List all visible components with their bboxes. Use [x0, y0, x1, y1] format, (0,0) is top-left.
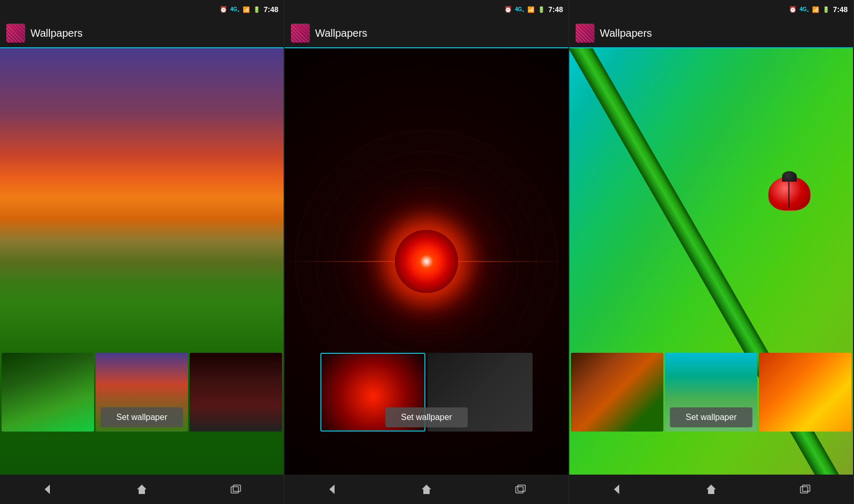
back-icon-1	[41, 484, 53, 495]
svg-marker-8	[614, 485, 619, 494]
wallpaper-preview-3[interactable]: Set wallpaper	[569, 48, 853, 475]
recents-icon-1	[231, 485, 242, 494]
nav-bar-3	[569, 475, 853, 504]
home-button-3[interactable]	[695, 479, 727, 500]
signal-icon-3: 📶	[812, 6, 819, 13]
app-title-1: Wallpapers	[30, 27, 82, 39]
back-icon-2	[326, 484, 338, 495]
clock-icon-3: ⏰	[789, 6, 797, 13]
recents-icon-3	[800, 485, 811, 494]
4g-icon-1: 4G+	[231, 6, 239, 13]
status-time-2: 7:48	[548, 5, 563, 14]
back-button-1[interactable]	[32, 479, 63, 500]
set-wallpaper-btn-2[interactable]: Set wallpaper	[386, 407, 468, 427]
svg-marker-9	[706, 485, 716, 494]
svg-rect-10	[800, 487, 808, 493]
wallpaper-preview-1[interactable]: Set wallpaper	[0, 48, 284, 475]
svg-rect-7	[518, 485, 525, 491]
thumb-1-1[interactable]	[2, 353, 94, 432]
status-bar-3: ⏰ 4G+ 📶 🔋 7:48	[569, 0, 853, 19]
recents-button-1[interactable]	[221, 479, 252, 500]
phone-panel-1: ⏰ 4G+ 📶 🔋 7:48 Wallpapers Set wallpaper	[0, 0, 285, 504]
svg-marker-0	[45, 485, 50, 494]
ladybug	[768, 176, 810, 218]
svg-rect-6	[516, 487, 523, 493]
svg-marker-4	[329, 485, 335, 494]
svg-marker-1	[137, 485, 147, 494]
status-time-1: 7:48	[264, 5, 278, 14]
home-icon-1	[136, 484, 148, 495]
recents-button-2[interactable]	[505, 479, 537, 500]
signal-icon-1: 📶	[243, 6, 250, 13]
app-icon-1	[6, 24, 25, 43]
svg-rect-2	[231, 487, 238, 493]
set-wallpaper-btn-3[interactable]: Set wallpaper	[670, 407, 753, 427]
thumb-3-1[interactable]	[571, 353, 663, 432]
4g-icon-3: 4G+	[800, 6, 809, 13]
app-bar-3: Wallpapers	[569, 19, 853, 48]
thumb-1-3[interactable]	[190, 353, 282, 432]
app-icon-pattern-3	[576, 24, 595, 43]
status-time-3: 7:48	[833, 5, 848, 14]
app-icon-pattern-2	[291, 24, 310, 43]
clock-icon-2: ⏰	[504, 6, 512, 13]
app-bar-1: Wallpapers	[0, 19, 284, 48]
set-wallpaper-btn-1[interactable]: Set wallpaper	[101, 407, 183, 427]
app-title-2: Wallpapers	[315, 27, 367, 39]
battery-icon-3: 🔋	[822, 6, 830, 13]
back-icon-3	[611, 484, 622, 495]
home-button-1[interactable]	[126, 479, 158, 500]
nav-bar-2	[285, 475, 568, 504]
back-button-2[interactable]	[316, 479, 348, 500]
svg-marker-5	[422, 485, 431, 494]
app-icon-2	[291, 24, 310, 43]
home-button-2[interactable]	[411, 479, 442, 500]
thumb-3-3[interactable]	[759, 353, 851, 432]
wallpaper-preview-2[interactable]: Set wallpaper	[285, 48, 568, 475]
clock-icon-1: ⏰	[220, 6, 227, 13]
home-icon-3	[705, 484, 717, 495]
4g-icon-2: 4G+	[515, 6, 524, 13]
nav-bar-1	[0, 475, 284, 504]
recents-button-3[interactable]	[790, 479, 821, 500]
tech-glow-center	[395, 230, 458, 293]
svg-rect-3	[233, 485, 241, 491]
recents-icon-2	[515, 485, 527, 494]
svg-rect-11	[803, 485, 810, 491]
phone-panel-2: ⏰ 4G+ 📶 🔋 7:48 Wallpapers	[285, 0, 569, 504]
status-bar-1: ⏰ 4G+ 📶 🔋 7:48	[0, 0, 284, 19]
phone-panel-3: ⏰ 4G+ 📶 🔋 7:48 Wallpapers	[569, 0, 854, 504]
battery-icon-2: 🔋	[538, 6, 545, 13]
app-icon-pattern-1	[6, 24, 25, 43]
app-bar-2: Wallpapers	[285, 19, 568, 48]
app-title-3: Wallpapers	[600, 27, 652, 39]
status-bar-2: ⏰ 4G+ 📶 🔋 7:48	[285, 0, 568, 19]
home-icon-2	[421, 484, 432, 495]
signal-icon-2: 📶	[527, 6, 535, 13]
app-icon-3	[576, 24, 595, 43]
back-button-3[interactable]	[601, 479, 632, 500]
battery-icon-1: 🔋	[253, 6, 261, 13]
